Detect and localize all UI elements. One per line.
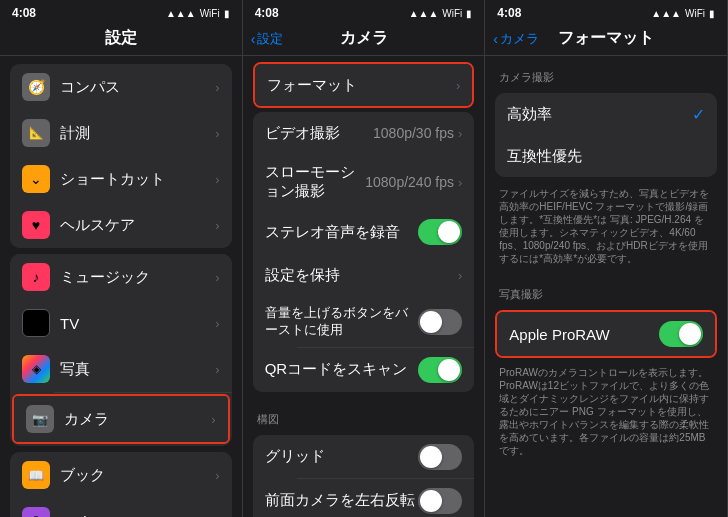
save-label: 設定を保持 — [265, 266, 458, 285]
camera-highlight-box: 📷 カメラ › — [12, 394, 230, 444]
format-group-1: 高効率 ✓ 互換性優先 — [495, 93, 717, 177]
wifi-icon-2: WiFi — [442, 8, 462, 19]
shortcuts-icon: ⌄ — [22, 165, 50, 193]
back-label-3: カメラ — [500, 30, 539, 48]
proraw-row[interactable]: Apple ProRAW — [497, 312, 715, 356]
back-label-2: 設定 — [257, 30, 283, 48]
save-row[interactable]: 設定を保持 › — [253, 254, 475, 296]
format-chevron: › — [456, 78, 460, 93]
battery-icon-3: ▮ — [709, 8, 715, 19]
section-label-composition: 構図 — [243, 398, 485, 431]
music-icon: ♪ — [22, 263, 50, 291]
tv-row[interactable]: ▶ TV › — [10, 300, 232, 346]
video-chevron: › — [458, 126, 462, 141]
proraw-desc: ProRAWのカメラコントロールを表示します。ProRAWは12ビットファイルで… — [485, 362, 727, 465]
tv-chevron: › — [215, 316, 219, 331]
podcast-label: Podcast — [60, 513, 215, 518]
camera-scroll[interactable]: フォーマット › ビデオ撮影 1080p/30 fps › スローモーション撮影… — [243, 56, 485, 517]
back-chevron-3: ‹ — [493, 31, 498, 47]
proraw-toggle[interactable] — [659, 321, 703, 347]
status-icons-1: ▲▲▲ WiFi ▮ — [166, 8, 230, 19]
music-row[interactable]: ♪ ミュージック › — [10, 254, 232, 300]
photos-row[interactable]: ◈ 写真 › — [10, 346, 232, 392]
back-chevron-2: ‹ — [251, 31, 256, 47]
calc-icon: 📐 — [22, 119, 50, 147]
format-scroll[interactable]: カメラ撮影 高効率 ✓ 互換性優先 ファイルサイズを減らすため、写真とビデオを高… — [485, 56, 727, 517]
video-row[interactable]: ビデオ撮影 1080p/30 fps › — [253, 112, 475, 154]
volume-toggle[interactable] — [418, 309, 462, 335]
battery-icon: ▮ — [224, 8, 230, 19]
kouyou-check: ✓ — [692, 105, 705, 124]
compass-row[interactable]: 🧭 コンパス › — [10, 64, 232, 110]
slomotion-chevron: › — [458, 175, 462, 190]
qr-row[interactable]: QRコードをスキャン — [253, 348, 475, 392]
calc-chevron: › — [215, 126, 219, 141]
gokan-row[interactable]: 互換性優先 — [495, 135, 717, 177]
stereo-toggle[interactable] — [418, 219, 462, 245]
format-row[interactable]: フォーマット › — [255, 64, 473, 106]
tv-label: TV — [60, 315, 215, 332]
books-row[interactable]: 📖 ブック › — [10, 452, 232, 498]
format-highlight: フォーマット › — [253, 62, 475, 108]
gokan-label: 互換性優先 — [507, 147, 705, 166]
proraw-highlight: Apple ProRAW — [495, 310, 717, 358]
photos-icon: ◈ — [22, 355, 50, 383]
shortcuts-row[interactable]: ⌄ ショートカット › — [10, 156, 232, 202]
slomotion-label: スローモーション撮影 — [265, 163, 366, 201]
save-chevron: › — [458, 268, 462, 283]
format-title: フォーマット — [558, 28, 654, 49]
settings-title: 設定 — [105, 28, 137, 49]
settings-scroll[interactable]: 🧭 コンパス › 📐 計測 › ⌄ ショートカット › ♥ ヘルスケア › — [0, 56, 242, 517]
calc-row[interactable]: 📐 計測 › — [10, 110, 232, 156]
proraw-label: Apple ProRAW — [509, 326, 659, 343]
stereo-label: ステレオ音声を録音 — [265, 223, 419, 242]
calc-label: 計測 — [60, 124, 215, 143]
camera-row[interactable]: 📷 カメラ › — [14, 396, 228, 442]
camera-chevron: › — [211, 412, 215, 427]
status-bar-2: 4:08 ▲▲▲ WiFi ▮ — [243, 0, 485, 24]
books-chevron: › — [215, 468, 219, 483]
shortcuts-label: ショートカット — [60, 170, 215, 189]
camera-shooting-label: カメラ撮影 — [485, 56, 727, 89]
settings-group-2: ♪ ミュージック › ▶ TV › ◈ 写真 › 📷 カメラ › — [10, 254, 232, 446]
kouyou-row[interactable]: 高効率 ✓ — [495, 93, 717, 135]
podcast-row[interactable]: 🎙 Podcast › — [10, 498, 232, 517]
health-icon: ♥ — [22, 211, 50, 239]
status-time-3: 4:08 — [497, 6, 521, 20]
music-chevron: › — [215, 270, 219, 285]
status-bar-1: 4:08 ▲▲▲ WiFi ▮ — [0, 0, 242, 24]
nav-header-1: 設定 — [0, 24, 242, 56]
tv-icon: ▶ — [22, 309, 50, 337]
compass-chevron: › — [215, 80, 219, 95]
format-desc: ファイルサイズを減らすため、写真とビデオを高効率のHEIF/HEVC フォーマッ… — [485, 183, 727, 273]
camera-title: カメラ — [340, 28, 388, 49]
slomotion-value: 1080p/240 fps — [365, 174, 454, 190]
slomotion-row[interactable]: スローモーション撮影 1080p/240 fps › — [253, 154, 475, 210]
photos-chevron: › — [215, 362, 219, 377]
back-button-3[interactable]: ‹ カメラ — [493, 30, 539, 48]
health-chevron: › — [215, 218, 219, 233]
frontcam-toggle[interactable] — [418, 488, 462, 514]
camera-label: カメラ — [64, 410, 211, 429]
grid-toggle[interactable] — [418, 444, 462, 470]
photo-shooting-label: 写真撮影 — [485, 273, 727, 306]
back-button-2[interactable]: ‹ 設定 — [251, 30, 284, 48]
shortcuts-chevron: › — [215, 172, 219, 187]
music-label: ミュージック — [60, 268, 215, 287]
wifi-icon: WiFi — [200, 8, 220, 19]
status-icons-3: ▲▲▲ WiFi ▮ — [651, 8, 715, 19]
health-row[interactable]: ♥ ヘルスケア › — [10, 202, 232, 248]
grid-row[interactable]: グリッド — [253, 435, 475, 479]
camera-icon: 📷 — [26, 405, 54, 433]
books-icon: 📖 — [22, 461, 50, 489]
stereo-row[interactable]: ステレオ音声を録音 — [253, 210, 475, 254]
panel-settings: 4:08 ▲▲▲ WiFi ▮ 設定 🧭 コンパス › 📐 計測 › ⌄ ショー… — [0, 0, 243, 517]
signal-icon: ▲▲▲ — [166, 8, 196, 19]
volume-label: 音量を上げるボタンをバーストに使用 — [265, 305, 413, 339]
settings-group-3: 📖 ブック › 🎙 Podcast › ◈ Game Center › — [10, 452, 232, 517]
qr-toggle[interactable] — [418, 357, 462, 383]
frontcam-row[interactable]: 前面カメラを左右反転 — [253, 479, 475, 517]
volume-row[interactable]: 音量を上げるボタンをバーストに使用 — [253, 296, 475, 348]
health-label: ヘルスケア — [60, 216, 215, 235]
podcast-icon: 🎙 — [22, 507, 50, 517]
